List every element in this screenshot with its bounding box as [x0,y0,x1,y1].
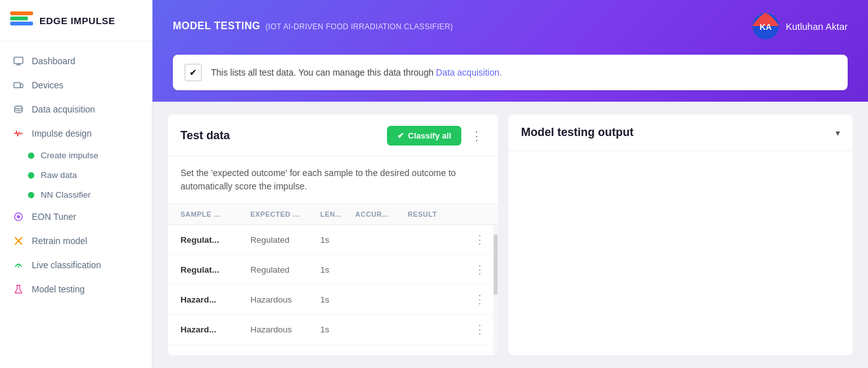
svg-point-8 [15,106,22,109]
th-result: RESULT [408,210,461,218]
sidebar-sub-label-raw-data: Raw data [41,170,77,180]
page-title: MODEL TESTING [173,20,261,32]
td-expected-1: Regulated [250,235,320,245]
sidebar-item-devices[interactable]: Devices [0,73,152,97]
row-menu-4[interactable]: ⋮ [460,322,485,336]
edge-impulse-logo-icon [10,11,33,29]
sidebar-item-raw-data[interactable]: Raw data [0,165,152,185]
output-panel: Model testing output ▾ [508,114,853,355]
more-options-button[interactable]: ⋮ [468,127,485,145]
devices-icon [13,79,24,91]
sidebar-item-data-acquisition[interactable]: Data acquisition [0,97,152,121]
sidebar: EDGE IMPULSE Dashboard Devices Data acqu… [0,0,153,368]
td-length-1: 1s [320,235,355,245]
page-header: MODEL TESTING (IOT AI-DRIVEN FOOD IRRADI… [153,0,868,102]
td-expected-3: Hazardous [250,295,320,304]
sidebar-item-label-retrain: Retrain model [32,236,87,246]
row-menu-3[interactable]: ⋮ [460,292,485,306]
sidebar-item-label-eon: EON Tuner [32,212,76,222]
td-sample-3: Hazard... [180,295,250,304]
sidebar-item-live-class[interactable]: Live classification [0,253,152,277]
td-sample-2: Regulat... [180,265,250,275]
sidebar-item-retrain[interactable]: Retrain model [0,229,152,253]
sidebar-item-label-dashboard: Dashboard [32,56,76,66]
output-panel-header[interactable]: Model testing output ▾ [508,114,853,151]
main-content: MODEL TESTING (IOT AI-DRIVEN FOOD IRRADI… [153,0,868,368]
sidebar-item-label-model-testing: Model testing [32,284,85,294]
test-data-panel-header: Test data ✔ Classify all ⋮ [168,114,498,156]
retrain-icon [13,235,24,247]
chevron-down-icon[interactable]: ▾ [836,128,840,138]
classify-all-button[interactable]: ✔ Classify all [387,126,461,146]
dot-create-impulse [28,153,34,159]
sidebar-item-nn-classifier[interactable]: NN Classifier [0,185,152,205]
sidebar-item-eon-tuner[interactable]: EON Tuner [0,205,152,229]
logo-area: EDGE IMPULSE [0,0,152,41]
table-row: Regulat... Regulated 1s ⋮ [168,255,498,285]
sidebar-item-label-impulse: Impulse design [32,128,92,139]
eon-icon [13,211,24,222]
sidebar-item-label-data-acq: Data acquisition [32,104,95,114]
row-menu-1[interactable]: ⋮ [460,233,485,247]
avatar-image: KA [752,13,779,39]
user-badge: KA Kutluhan Aktar [752,13,848,39]
svg-rect-7 [20,84,23,88]
pulse-icon [13,128,24,139]
table-row: Hazard... Hazardous 1s ⋮ [168,315,498,344]
panel-description: Set the 'expected outcome' for each samp… [168,156,498,204]
sidebar-item-label-devices: Devices [32,80,64,90]
td-length-2: 1s [320,265,355,275]
td-sample-1: Regulat... [180,235,250,245]
monitor-icon [13,55,24,67]
th-actions [460,210,485,218]
sidebar-sub-label-nn-classifier: NN Classifier [41,190,91,200]
table-row: Hazard... Hazardous 1s ⋮ [168,285,498,315]
test-data-title: Test data [180,129,230,142]
user-name: Kutluhan Aktar [785,21,848,32]
sidebar-item-model-testing[interactable]: Model testing [0,277,152,301]
classify-all-label: Classify all [408,131,451,140]
dot-raw-data [28,172,34,179]
td-sample-4: Hazard... [180,325,250,334]
svg-point-10 [17,215,20,219]
live-icon [13,259,24,271]
row-menu-2[interactable]: ⋮ [460,262,485,276]
svg-rect-0 [10,11,33,15]
panel-actions: ✔ Classify all ⋮ [387,126,485,146]
th-accuracy: ACCUR... [355,210,408,218]
svg-text:KA: KA [760,22,772,32]
th-length: LEN... [320,210,355,218]
flask-icon [13,283,24,295]
sidebar-item-label-live: Live classification [32,260,101,270]
content-area: Test data ✔ Classify all ⋮ Set the 'expe… [153,102,868,368]
info-text-content: This lists all test data. You can manage… [211,67,433,78]
svg-rect-1 [10,17,28,20]
sidebar-nav: Dashboard Devices Data acquisition Impul… [0,41,152,368]
data-acquisition-link[interactable]: Data acquisition. [436,67,502,78]
td-length-4: 1s [320,325,355,334]
info-banner: ✔ This lists all test data. You can mana… [173,55,848,90]
description-text: Set the 'expected outcome' for each samp… [180,168,456,191]
svg-rect-6 [14,83,20,88]
sidebar-sub-label-create-impulse: Create impulse [41,151,98,160]
header-top: MODEL TESTING (IOT AI-DRIVEN FOOD IRRADI… [173,0,848,39]
sidebar-item-impulse-design[interactable]: Impulse design [0,121,152,146]
td-length-3: 1s [320,295,355,304]
header-title-area: MODEL TESTING (IOT AI-DRIVEN FOOD IRRADI… [173,20,453,32]
td-expected-2: Regulated [250,265,320,275]
table-scroll-track [493,204,498,355]
dot-nn-classifier [28,192,34,198]
output-title: Model testing output [521,126,634,139]
info-text: This lists all test data. You can manage… [211,67,502,78]
table-header: SAMPLE ... EXPECTED ... LEN... ACCUR... … [168,204,498,225]
page-subtitle: (IOT AI-DRIVEN FOOD IRRADIATION CLASSIFI… [266,22,453,31]
th-expected: EXPECTED ... [250,210,320,218]
th-sample: SAMPLE ... [180,210,250,218]
table-scroll-thumb [494,235,498,295]
logo-text: EDGE IMPULSE [39,15,115,26]
table-row: Regulat... Regulated 1s ⋮ [168,225,498,255]
test-data-panel: Test data ✔ Classify all ⋮ Set the 'expe… [168,114,498,355]
sidebar-item-dashboard[interactable]: Dashboard [0,49,152,73]
svg-rect-3 [14,57,23,64]
sidebar-item-create-impulse[interactable]: Create impulse [0,146,152,165]
